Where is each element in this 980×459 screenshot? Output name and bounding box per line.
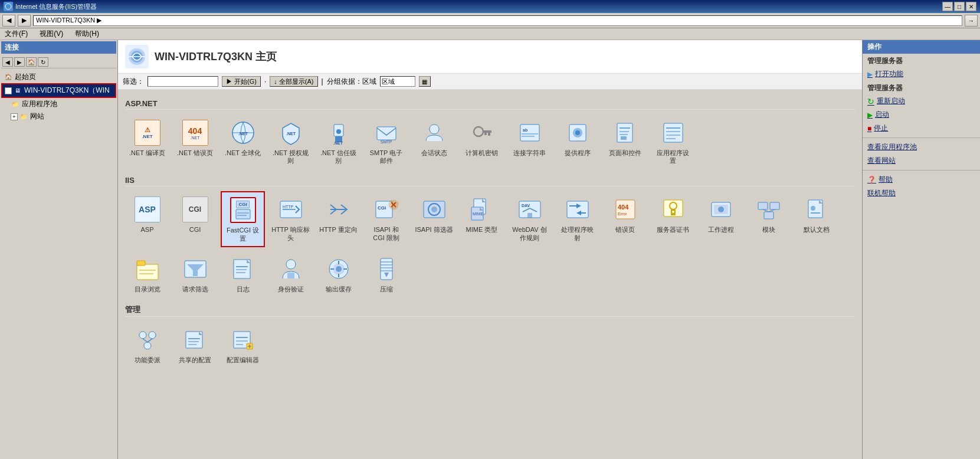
icon-box-isapi-cgi: CGI bbox=[372, 195, 401, 224]
menu-file[interactable]: 文件(F) bbox=[2, 29, 30, 39]
tree-expand-sites[interactable]: + bbox=[11, 113, 18, 120]
tree-item-home[interactable]: 🏠 起始页 bbox=[1, 71, 116, 83]
filter-input[interactable] bbox=[148, 76, 218, 87]
icon-box-handler bbox=[563, 195, 592, 224]
label-ssl: 服务器证书 bbox=[657, 226, 689, 234]
tree-item-sites[interactable]: + 📁 网站 bbox=[8, 110, 116, 123]
icon-cgi[interactable]: CGI CGI bbox=[173, 191, 217, 247]
back-button[interactable]: ◀ bbox=[2, 15, 15, 27]
icon-session[interactable]: 会话状态 bbox=[412, 114, 456, 169]
icon-pages[interactable]: 页面和控件 bbox=[603, 114, 647, 169]
start-button[interactable]: ▶ 开始(G) bbox=[222, 76, 261, 87]
icon-box-machinekey bbox=[468, 119, 496, 147]
label-mime: MIME 类型 bbox=[466, 226, 498, 234]
icon-browse[interactable]: 目录浏览 bbox=[125, 251, 169, 297]
action-help[interactable]: ❓ 帮助 bbox=[863, 173, 980, 186]
address-bar: ◀ ▶ → bbox=[0, 13, 980, 28]
svg-rect-21 bbox=[520, 124, 539, 141]
label-delegate: 功能委派 bbox=[135, 356, 160, 364]
menu-help[interactable]: 帮助(H) bbox=[73, 29, 101, 39]
icon-appconfig[interactable]: 应用程序设置 bbox=[651, 114, 695, 169]
icon-net-trust[interactable]: .NET .NET 信任级别 bbox=[316, 114, 360, 169]
icon-provider[interactable]: 提供程序 bbox=[555, 114, 599, 169]
label-auth: 身份验证 bbox=[278, 286, 304, 293]
svg-text:HTTP: HTTP bbox=[283, 205, 294, 209]
action-view-sites[interactable]: 查看网站 bbox=[863, 154, 980, 168]
action-start[interactable]: ▶ 启动 bbox=[863, 108, 980, 122]
icon-webdav[interactable]: DAV WebDAV 创作规则 bbox=[507, 191, 552, 247]
left-toolbar-forward[interactable]: ▶ bbox=[14, 57, 25, 67]
icon-http-response[interactable]: HTTP HTTP 响应标头 bbox=[268, 191, 313, 247]
svg-rect-71 bbox=[758, 202, 768, 209]
icon-net-auth[interactable]: .NET .NET 授权规则 bbox=[268, 114, 313, 169]
icon-compress[interactable]: 压缩 bbox=[364, 251, 408, 297]
address-input[interactable] bbox=[33, 15, 962, 26]
icon-box-compress bbox=[372, 255, 401, 283]
label-http-redirect: HTTP 重定向 bbox=[319, 226, 358, 234]
action-open-feature[interactable]: ▶ 打开功能 bbox=[863, 67, 980, 81]
icon-box-default-doc bbox=[802, 195, 831, 224]
label-isapi-filter: ISAPI 筛选器 bbox=[415, 226, 453, 234]
icon-box-auth bbox=[277, 255, 305, 283]
icon-log[interactable]: 日志 bbox=[221, 251, 265, 297]
action-online-help[interactable]: 联机帮助 bbox=[863, 186, 980, 200]
action-restart[interactable]: ↻ 重新启动 bbox=[863, 94, 980, 108]
icon-box-cgi: CGI bbox=[181, 195, 209, 224]
icon-output-cache[interactable]: 输出缓存 bbox=[316, 251, 360, 297]
icon-config-editor[interactable]: 配置编辑器 bbox=[221, 322, 265, 368]
icon-http-redirect[interactable]: HTTP 重定向 bbox=[316, 191, 360, 247]
icon-smtp[interactable]: SMTP SMTP 电子邮件 bbox=[364, 114, 408, 169]
left-toolbar-back[interactable]: ◀ bbox=[2, 57, 13, 67]
icon-auth[interactable]: 身份验证 bbox=[268, 251, 313, 297]
go-button[interactable]: → bbox=[965, 15, 978, 27]
icon-handler[interactable]: 处理程序映射 bbox=[555, 191, 599, 247]
icon-fastcgi[interactable]: CGI FastCGI 设置 bbox=[221, 191, 265, 247]
icon-mime[interactable]: MIME MIME 类型 bbox=[460, 191, 504, 247]
close-button[interactable]: ✕ bbox=[966, 2, 976, 11]
show-all-button[interactable]: ↓ 全部显示(A) bbox=[270, 76, 317, 87]
icon-machinekey[interactable]: 计算机密钥 bbox=[460, 114, 504, 169]
minimize-button[interactable]: — bbox=[942, 2, 953, 11]
label-net-auth: .NET 授权规则 bbox=[271, 149, 310, 165]
icon-ssl[interactable]: 服务器证书 bbox=[651, 191, 695, 247]
icon-box-connstring: ab bbox=[516, 119, 544, 147]
label-browse: 目录浏览 bbox=[135, 286, 160, 293]
icon-box-net-global: .NET bbox=[229, 119, 257, 147]
icon-box-session bbox=[420, 119, 448, 147]
forward-button[interactable]: ▶ bbox=[18, 15, 31, 27]
view-toggle[interactable]: ▦ bbox=[419, 76, 431, 87]
icon-worker[interactable]: 工作进程 bbox=[699, 191, 743, 247]
tree-item-server[interactable]: - 🖥 WIN-VIDTRL7Q3KN（WIN bbox=[1, 83, 116, 98]
icon-isapi-filter[interactable]: ISAPI 筛选器 bbox=[412, 191, 456, 247]
icon-connstring[interactable]: ab 连接字符串 bbox=[507, 114, 552, 169]
icon-error-page[interactable]: 404 Error 错误页 bbox=[603, 191, 647, 247]
icon-isapi-cgi[interactable]: CGI ISAPI 和CGI 限制 bbox=[364, 191, 408, 247]
svg-text:DAV: DAV bbox=[522, 204, 530, 208]
action-stop[interactable]: ■ 停止 bbox=[863, 122, 980, 135]
label-net-trust: .NET 信任级别 bbox=[319, 149, 358, 165]
icon-box-fastcgi: CGI bbox=[229, 196, 257, 224]
svg-text:MIME: MIME bbox=[473, 212, 484, 216]
left-toolbar-refresh[interactable]: ↻ bbox=[38, 57, 48, 67]
groupby-input[interactable] bbox=[380, 76, 415, 87]
icon-net-global[interactable]: .NET .NET 全球化 bbox=[221, 114, 265, 169]
tree-item-apppool[interactable]: 📁 应用程序池 bbox=[8, 98, 116, 110]
maximize-button[interactable]: □ bbox=[954, 2, 965, 11]
svg-text:.NET: .NET bbox=[286, 132, 296, 136]
left-toolbar-home[interactable]: 🏠 bbox=[26, 57, 37, 67]
icon-delegate[interactable]: 功能委派 bbox=[125, 322, 169, 368]
filter-separator: · bbox=[264, 77, 266, 86]
icon-default-doc[interactable]: 默认文档 bbox=[794, 191, 838, 247]
icon-net-compiler[interactable]: ⚠ .NET .NET 编译页 bbox=[125, 114, 169, 169]
icon-net-error[interactable]: 404 .NET .NET 错误页 bbox=[173, 114, 217, 169]
tree-expand-server[interactable]: - bbox=[5, 87, 12, 94]
action-view-apppool[interactable]: 查看应用程序池 bbox=[863, 140, 980, 154]
icon-request-filter[interactable]: 请求筛选 bbox=[173, 251, 217, 297]
icon-asp[interactable]: ASP ASP bbox=[125, 191, 169, 247]
svg-rect-14 bbox=[377, 127, 396, 140]
menu-view[interactable]: 视图(V) bbox=[37, 29, 65, 39]
icon-box-net-compiler: ⚠ .NET bbox=[133, 119, 162, 147]
open-feature-label: 打开功能 bbox=[875, 69, 903, 79]
icon-shared-config[interactable]: 共享的配置 bbox=[173, 322, 217, 368]
icon-modules[interactable]: 模块 bbox=[746, 191, 791, 247]
